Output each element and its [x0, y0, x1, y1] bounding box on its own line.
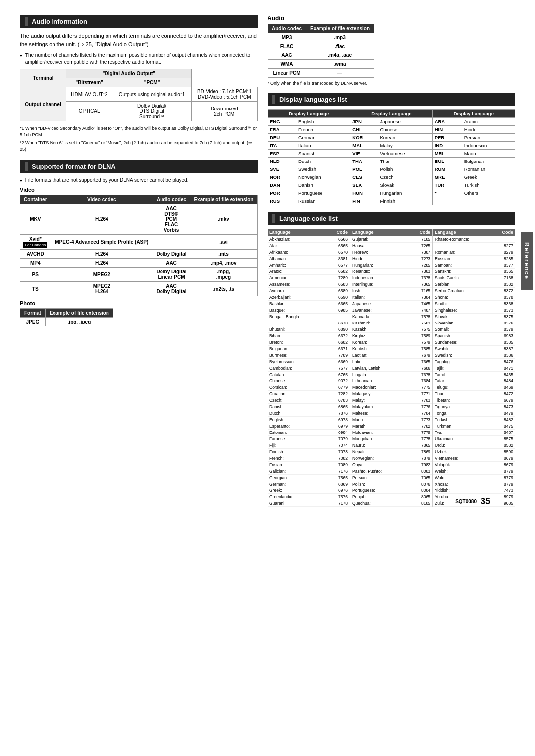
- list-item: Moldavian:7779: [350, 430, 432, 436]
- list-item: Tibetan:6679: [433, 397, 515, 404]
- digital-audio-table: Terminal "Digital Audio Output" "Bitstre…: [20, 69, 258, 121]
- list-item: Kirghiz:7589: [350, 333, 432, 339]
- list-item: Somali:8379: [433, 326, 515, 333]
- table-row: NLD Dutch THA Thai BUL Bulgarian: [268, 158, 515, 165]
- list-item: Greek:6976: [268, 487, 350, 494]
- list-item: Sanskrit:8365: [433, 269, 515, 275]
- bitstream-header: "Bitstream": [66, 78, 112, 87]
- list-item: Xhosa:8779: [433, 481, 515, 487]
- list-item: Slovak:8375: [433, 314, 515, 320]
- list-item: Albanian:8381: [268, 256, 350, 262]
- list-item: Yiddish:7473: [433, 487, 515, 494]
- list-item: Cambodian:7577: [268, 365, 350, 372]
- list-item: Afar:6565: [268, 243, 350, 249]
- list-item: Kurdish:7585: [350, 346, 432, 352]
- reference-tab: Reference: [521, 232, 533, 289]
- audio-section-heading: Audio: [268, 15, 515, 22]
- list-item: Hindi:7273: [350, 256, 432, 262]
- photo-table: Format Example of file extension JPEG .j…: [20, 308, 113, 326]
- list-item: Guarani:7178: [268, 500, 350, 507]
- list-item: Tagalog:8476: [433, 359, 515, 365]
- list-item: Ukrainian:8575: [433, 436, 515, 442]
- table-row: SVE Swedish POL Polish RUM Romanian: [268, 165, 515, 173]
- list-item: Hungarian:7285: [350, 262, 432, 269]
- list-item: Croatian:7282: [268, 391, 350, 397]
- list-item: Frisian:7089: [268, 462, 350, 468]
- table-row: NOR Norwegian CES Czech GRE Greek: [268, 173, 515, 181]
- list-item: Bashkir:6665: [268, 301, 350, 307]
- audio-example-col: Example of file extension: [306, 24, 374, 33]
- list-item: Malagasy:7771: [350, 391, 432, 397]
- lang-col-1: LanguageCodeAbkhazian:6566Afar:6565Afrik…: [268, 229, 350, 507]
- list-item: Byelorussian:6669: [268, 359, 350, 365]
- list-item: Arabic:6582: [268, 269, 350, 275]
- list-item: Assamese:6583: [268, 281, 350, 288]
- list-item: Latin:7665: [350, 359, 432, 365]
- list-item: Catalan:6765: [268, 372, 350, 378]
- table-row: PS MPEG2 Dolby DigitalLinear PCM .mpg,.m…: [20, 268, 258, 282]
- audio-note: * Only when the file is transcoded by DL…: [268, 81, 515, 86]
- table-row: FRA French CHI Chinese HIN Hindi: [268, 126, 515, 134]
- list-item: Scots Gaelic:7168: [433, 275, 515, 281]
- audio-information-section: Audio information The audio output diffe…: [20, 15, 258, 152]
- container-header: Container: [20, 195, 51, 204]
- page-footer: SQT0080 35: [455, 496, 490, 507]
- list-item: Afrikaans:6570: [268, 249, 350, 256]
- audio-codec-col: Audio codec: [268, 24, 306, 33]
- list-item: Tamil:8465: [433, 372, 515, 378]
- list-item: Bihari:6672: [268, 333, 350, 339]
- list-item: Shona:8378: [433, 294, 515, 301]
- list-item: Samoan:8377: [433, 262, 515, 269]
- lang-col-2: LanguageCodeGujarati:7185Hausa:7265Hebre…: [350, 229, 433, 507]
- list-item: Swedish:8386: [433, 352, 515, 359]
- list-item: Javanese:7487: [350, 307, 432, 314]
- list-item: German:6869: [268, 481, 350, 487]
- list-item: Breton:6682: [268, 339, 350, 346]
- terminal-header: Terminal: [20, 69, 66, 87]
- list-item: Volapük:8679: [433, 462, 515, 468]
- list-item: 8277: [433, 243, 515, 249]
- list-item: Estonian:6984: [268, 430, 350, 436]
- list-item: Georgian:7565: [268, 475, 350, 481]
- lang-col-3: LanguageCodeRhaeto-Romance:8277Romanian:…: [433, 229, 515, 507]
- table-row: ITA Italian MAL Malay IND Indonesian: [268, 142, 515, 150]
- table-row: ENG English JPN Japanese ARA Arabic: [268, 118, 515, 126]
- list-item: Romanian:8279: [433, 249, 515, 256]
- language-code-heading: Language code list: [268, 212, 515, 225]
- audio-codec-table: Audio codec Example of file extension MP…: [268, 24, 374, 78]
- list-item: Tajik:8471: [433, 365, 515, 372]
- table-row: POR Portuguese HUN Hungarian * Others: [268, 189, 515, 197]
- list-item: Italian:7384: [350, 294, 432, 301]
- list-item: Maltese:7784: [350, 410, 432, 417]
- list-item: Spanish:6983: [433, 333, 515, 339]
- list-item: Wolof:8779: [433, 475, 515, 481]
- list-item: Sindhi:8368: [433, 301, 515, 307]
- optical-label: OPTICAL: [66, 102, 112, 121]
- list-item: Tigrinya:8473: [433, 404, 515, 410]
- list-item: Finnish:7073: [268, 449, 350, 455]
- list-item: Kashmiri:7583: [350, 320, 432, 326]
- optical-bitstream: Dolby Digital/ DTS Digital Surround™: [112, 102, 191, 121]
- list-item: Urdu:8582: [433, 442, 515, 449]
- photo-example-header: Example of file extension: [45, 309, 113, 318]
- list-item: Turkmen:8475: [433, 423, 515, 430]
- hdmi-pcm: BD-Video : 7.1ch PCM*1 DVD-Video : 5.1ch…: [191, 87, 257, 102]
- list-item: Telugu:8469: [433, 384, 515, 391]
- pcm-header: "PCM": [112, 78, 191, 87]
- list-item: Galician:7176: [268, 468, 350, 475]
- list-item: Vietnamese:8679: [433, 455, 515, 462]
- list-item: Swahili:8387: [433, 346, 515, 352]
- list-item: Macedonian:7775: [350, 384, 432, 391]
- list-item: Serbo-Croatian:8372: [433, 288, 515, 294]
- list-item: Fiji:7074: [268, 442, 350, 449]
- list-item: Turkish:8482: [433, 417, 515, 423]
- list-item: Pashto, Pushto:8083: [350, 468, 432, 475]
- table-row: ESP Spanish VIE Vietnamese MRI Maori: [268, 150, 515, 158]
- list-item: Quechua:8185: [350, 500, 432, 507]
- list-item: Nauru:7865: [350, 442, 432, 449]
- list-item: Twi:8487: [433, 430, 515, 436]
- list-item: Uzbek:8590: [433, 449, 515, 455]
- table-row: DAN Danish SLK Slovak TUR Turkish: [268, 181, 515, 189]
- list-item: Sundanese:8385: [433, 339, 515, 346]
- list-item: Chinese:9072: [268, 378, 350, 384]
